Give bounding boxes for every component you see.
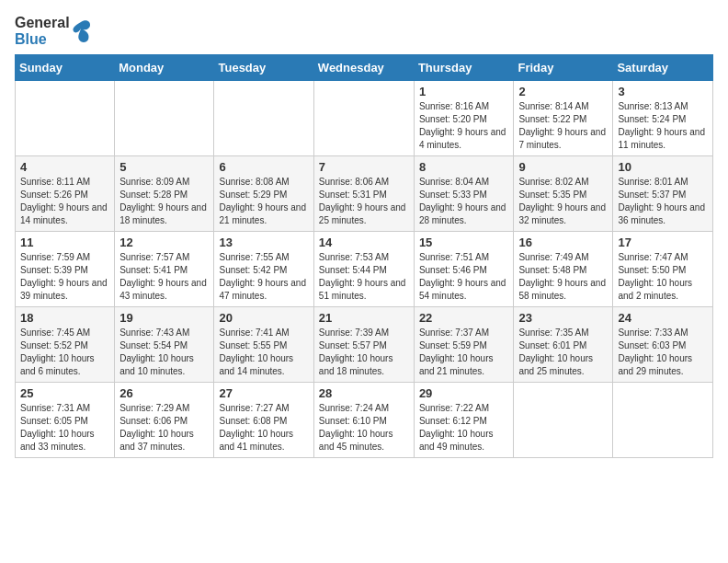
day-cell	[313, 81, 414, 156]
day-cell: 16Sunrise: 7:49 AM Sunset: 5:48 PM Dayli…	[514, 232, 613, 307]
day-number: 19	[119, 311, 209, 325]
day-cell: 28Sunrise: 7:24 AM Sunset: 6:10 PM Dayli…	[313, 383, 414, 458]
logo: General Blue	[15, 15, 92, 47]
day-info: Sunrise: 7:51 AM Sunset: 5:46 PM Dayligh…	[419, 251, 509, 303]
day-number: 13	[219, 236, 308, 249]
week-row-3: 18Sunrise: 7:45 AM Sunset: 5:52 PM Dayli…	[16, 307, 713, 383]
day-info: Sunrise: 8:16 AM Sunset: 5:20 PM Dayligh…	[419, 100, 509, 152]
day-info: Sunrise: 7:55 AM Sunset: 5:42 PM Dayligh…	[219, 251, 308, 303]
day-cell: 27Sunrise: 7:27 AM Sunset: 6:08 PM Dayli…	[214, 383, 313, 458]
day-number: 9	[518, 160, 608, 174]
logo-wordmark: General Blue	[15, 15, 70, 47]
day-number: 26	[119, 386, 209, 400]
day-cell: 14Sunrise: 7:53 AM Sunset: 5:44 PM Dayli…	[313, 232, 414, 307]
day-info: Sunrise: 8:09 AM Sunset: 5:28 PM Dayligh…	[119, 176, 209, 227]
day-cell: 15Sunrise: 7:51 AM Sunset: 5:46 PM Dayli…	[414, 232, 514, 307]
day-cell: 11Sunrise: 7:59 AM Sunset: 5:39 PM Dayli…	[16, 232, 115, 307]
day-number: 21	[319, 311, 409, 325]
day-cell	[214, 81, 313, 156]
day-cell: 24Sunrise: 7:33 AM Sunset: 6:03 PM Dayli…	[613, 307, 713, 383]
day-number: 1	[419, 85, 509, 98]
weekday-header-thursday: Thursday	[414, 55, 514, 81]
day-number: 17	[618, 236, 708, 249]
day-number: 16	[518, 236, 608, 249]
day-info: Sunrise: 8:13 AM Sunset: 5:24 PM Dayligh…	[618, 100, 708, 152]
day-number: 4	[20, 160, 109, 174]
day-number: 11	[20, 236, 109, 249]
day-number: 3	[618, 85, 708, 98]
day-number: 8	[419, 160, 509, 174]
day-info: Sunrise: 7:22 AM Sunset: 6:12 PM Dayligh…	[419, 402, 509, 454]
day-cell	[16, 81, 115, 156]
day-info: Sunrise: 7:29 AM Sunset: 6:06 PM Dayligh…	[119, 402, 209, 454]
logo-bird-icon	[72, 17, 92, 45]
week-row-4: 25Sunrise: 7:31 AM Sunset: 6:05 PM Dayli…	[16, 383, 713, 458]
day-cell: 4Sunrise: 8:11 AM Sunset: 5:26 PM Daylig…	[16, 156, 115, 232]
day-number: 12	[119, 236, 209, 249]
day-number: 29	[419, 386, 509, 400]
day-info: Sunrise: 8:14 AM Sunset: 5:22 PM Dayligh…	[518, 100, 608, 152]
weekday-header-saturday: Saturday	[613, 55, 713, 81]
day-cell: 21Sunrise: 7:39 AM Sunset: 5:57 PM Dayli…	[313, 307, 414, 383]
day-number: 20	[219, 311, 308, 325]
day-info: Sunrise: 7:41 AM Sunset: 5:55 PM Dayligh…	[219, 327, 308, 378]
day-info: Sunrise: 7:31 AM Sunset: 6:05 PM Dayligh…	[20, 402, 109, 454]
day-number: 2	[518, 85, 608, 98]
day-cell: 8Sunrise: 8:04 AM Sunset: 5:33 PM Daylig…	[414, 156, 514, 232]
day-number: 15	[419, 236, 509, 249]
day-info: Sunrise: 7:24 AM Sunset: 6:10 PM Dayligh…	[319, 402, 409, 454]
day-info: Sunrise: 7:53 AM Sunset: 5:44 PM Dayligh…	[319, 251, 409, 303]
day-cell: 17Sunrise: 7:47 AM Sunset: 5:50 PM Dayli…	[613, 232, 713, 307]
day-info: Sunrise: 7:45 AM Sunset: 5:52 PM Dayligh…	[20, 327, 109, 378]
day-number: 7	[319, 160, 409, 174]
day-info: Sunrise: 8:08 AM Sunset: 5:29 PM Dayligh…	[219, 176, 308, 227]
logo-blue: Blue	[15, 31, 70, 48]
day-info: Sunrise: 7:59 AM Sunset: 5:39 PM Dayligh…	[20, 251, 109, 303]
day-cell: 29Sunrise: 7:22 AM Sunset: 6:12 PM Dayli…	[414, 383, 514, 458]
day-number: 6	[219, 160, 308, 174]
day-cell	[514, 383, 613, 458]
weekday-header-sunday: Sunday	[16, 55, 115, 81]
day-info: Sunrise: 8:11 AM Sunset: 5:26 PM Dayligh…	[20, 176, 109, 227]
day-info: Sunrise: 7:49 AM Sunset: 5:48 PM Dayligh…	[518, 251, 608, 303]
day-info: Sunrise: 7:27 AM Sunset: 6:08 PM Dayligh…	[219, 402, 308, 454]
day-number: 14	[319, 236, 409, 249]
day-number: 22	[419, 311, 509, 325]
day-cell: 5Sunrise: 8:09 AM Sunset: 5:28 PM Daylig…	[115, 156, 214, 232]
week-row-2: 11Sunrise: 7:59 AM Sunset: 5:39 PM Dayli…	[16, 232, 713, 307]
day-cell: 22Sunrise: 7:37 AM Sunset: 5:59 PM Dayli…	[414, 307, 514, 383]
week-row-1: 4Sunrise: 8:11 AM Sunset: 5:26 PM Daylig…	[16, 156, 713, 232]
day-cell: 9Sunrise: 8:02 AM Sunset: 5:35 PM Daylig…	[514, 156, 613, 232]
day-info: Sunrise: 7:47 AM Sunset: 5:50 PM Dayligh…	[618, 251, 708, 303]
day-info: Sunrise: 8:06 AM Sunset: 5:31 PM Dayligh…	[319, 176, 409, 227]
day-cell: 26Sunrise: 7:29 AM Sunset: 6:06 PM Dayli…	[115, 383, 214, 458]
day-info: Sunrise: 8:02 AM Sunset: 5:35 PM Dayligh…	[518, 176, 608, 227]
week-row-0: 1Sunrise: 8:16 AM Sunset: 5:20 PM Daylig…	[16, 81, 713, 156]
weekday-header-row: SundayMondayTuesdayWednesdayThursdayFrid…	[16, 55, 713, 81]
day-cell: 13Sunrise: 7:55 AM Sunset: 5:42 PM Dayli…	[214, 232, 313, 307]
day-number: 23	[518, 311, 608, 325]
day-number: 27	[219, 386, 308, 400]
day-cell: 3Sunrise: 8:13 AM Sunset: 5:24 PM Daylig…	[613, 81, 713, 156]
day-info: Sunrise: 7:37 AM Sunset: 5:59 PM Dayligh…	[419, 327, 509, 378]
day-cell: 1Sunrise: 8:16 AM Sunset: 5:20 PM Daylig…	[414, 81, 514, 156]
calendar-table: SundayMondayTuesdayWednesdayThursdayFrid…	[15, 54, 713, 458]
day-cell	[115, 81, 214, 156]
day-cell: 12Sunrise: 7:57 AM Sunset: 5:41 PM Dayli…	[115, 232, 214, 307]
day-cell: 6Sunrise: 8:08 AM Sunset: 5:29 PM Daylig…	[214, 156, 313, 232]
day-info: Sunrise: 7:33 AM Sunset: 6:03 PM Dayligh…	[618, 327, 708, 378]
day-info: Sunrise: 7:57 AM Sunset: 5:41 PM Dayligh…	[119, 251, 209, 303]
day-number: 10	[618, 160, 708, 174]
day-number: 5	[119, 160, 209, 174]
day-cell: 20Sunrise: 7:41 AM Sunset: 5:55 PM Dayli…	[214, 307, 313, 383]
day-cell: 10Sunrise: 8:01 AM Sunset: 5:37 PM Dayli…	[613, 156, 713, 232]
day-cell: 23Sunrise: 7:35 AM Sunset: 6:01 PM Dayli…	[514, 307, 613, 383]
day-cell: 19Sunrise: 7:43 AM Sunset: 5:54 PM Dayli…	[115, 307, 214, 383]
weekday-header-wednesday: Wednesday	[313, 55, 414, 81]
day-info: Sunrise: 8:04 AM Sunset: 5:33 PM Dayligh…	[419, 176, 509, 227]
day-info: Sunrise: 7:43 AM Sunset: 5:54 PM Dayligh…	[119, 327, 209, 378]
day-number: 24	[618, 311, 708, 325]
logo-general: General	[15, 15, 70, 31]
day-info: Sunrise: 7:35 AM Sunset: 6:01 PM Dayligh…	[518, 327, 608, 378]
day-info: Sunrise: 7:39 AM Sunset: 5:57 PM Dayligh…	[319, 327, 409, 378]
